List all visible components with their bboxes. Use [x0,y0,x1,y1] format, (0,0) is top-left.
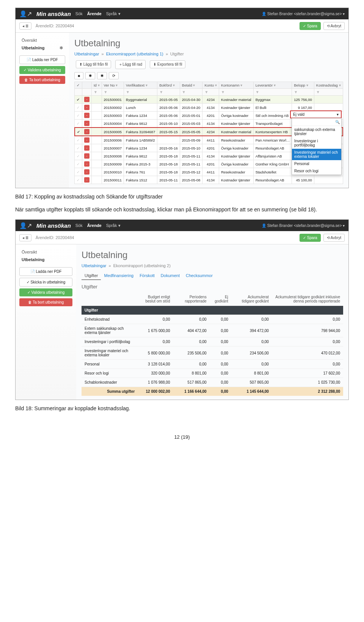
delete-row-button[interactable]: - [84,169,89,175]
add-from-file-button[interactable]: ⬆ Lägg till från fil [76,60,111,68]
summary-col: Ej godkänt [210,293,231,306]
delete-row-button[interactable]: - [84,177,89,183]
col-id[interactable]: Id ▾ [91,82,102,89]
filter-cell[interactable]: ▼ [219,89,253,96]
delete-row-button[interactable]: - [84,129,89,134]
dropdown-option[interactable]: sakkunskap och externa tjänster [292,126,341,137]
delete-row-button[interactable]: - [84,97,89,102]
col-kontonamn[interactable]: Kontonamn ▾ [219,82,253,89]
table-row[interactable]: ✔-201500001Byggmaterial2015-05-052015-04… [75,96,343,104]
col-verifikattext[interactable]: Verifikattext ▾ [124,82,157,89]
tab-utgifter[interactable]: Utgifter [82,272,101,280]
summary-table: Budget enligt beslut om stödPeriodens ra… [82,293,343,396]
filter-cell[interactable]: ▼ [180,89,202,96]
filter-cell[interactable]: ▼ [253,89,292,96]
mini-select-all[interactable]: ■ [74,72,83,79]
cancel-button[interactable]: ⟲ Avbryt [323,234,345,242]
mini-star-1[interactable]: ✱ [85,72,95,79]
filter-cell[interactable]: ▼ [314,89,343,96]
bc-link-1[interactable]: Utbetalningar [82,263,106,268]
send-payment-button[interactable]: ✓ Skicka in utbetalning [19,278,72,287]
nav-case[interactable]: Ärende [87,223,102,228]
filter-cell[interactable]: ▼ [124,89,157,96]
delete-row-button[interactable]: - [84,105,89,110]
add-row-button[interactable]: ＋Lägg till rad [115,60,146,69]
sidebar-item-payment[interactable]: Utbetalning [19,256,72,263]
col-belopp[interactable]: Belopp ▾ [292,82,314,89]
sidebar-toggle-button[interactable]: ◂ ≣ [19,234,31,241]
bc-link-2[interactable]: Ekonomirapport (utbetalning 1) [106,52,163,56]
nav-language[interactable]: Språk ▾ [106,11,121,16]
cell-bok: 2015-05-15 [157,128,180,136]
filter-cell[interactable]: ▼ [102,89,124,96]
cancel-button[interactable]: ⟲ Avbryt [323,22,345,30]
row-checkbox[interactable]: ✓ [75,136,82,144]
delete-row-button[interactable]: - [84,161,89,167]
dropdown-option[interactable]: Resor och logi [292,167,341,175]
cell-kto: 4134 [202,104,219,112]
delete-row-button[interactable]: - [84,153,89,159]
bc-link-1[interactable]: Utbetalningar [74,52,99,56]
delete-row-button[interactable]: - [84,121,89,126]
export-to-file-button[interactable]: ⬇ Exportera till fil [150,60,185,68]
col-leverantör[interactable]: Leverantör ▾ [253,82,292,89]
row-checkbox[interactable]: ✓ [75,112,82,120]
tab-medfinansiering[interactable]: Medfinansiering [101,272,136,279]
row-checkbox[interactable]: ✔ [75,128,82,136]
save-button[interactable]: ✓ Spara [300,22,320,30]
col-kostnadsslag[interactable]: Kostnadsslag ▾ [314,82,343,89]
nav-search[interactable]: Sök [75,11,83,16]
tab-förskott[interactable]: Förskott [136,272,158,279]
user-chip[interactable]: 👤 Stefan Brander <stefan.brander@sigma.s… [262,12,345,16]
mini-star-2[interactable]: ✱ [97,72,107,79]
mini-refresh[interactable]: ⟳ [109,72,119,79]
row-checkbox[interactable]: ✓ [75,104,82,112]
delete-row-button[interactable]: - [84,113,89,118]
kostnadsslag-dropdown[interactable]: 🔍 sakkunskap och externa tjänsterInveste… [292,118,342,175]
validate-payment-button[interactable]: ✓ Validera utbetalning [19,66,65,74]
col-ver-no[interactable]: Ver No ▾ [102,82,124,89]
nav-language[interactable]: Språk ▾ [106,223,121,228]
validate-payment-button[interactable]: ✓ Validera utbetalning [19,288,72,296]
col-konto[interactable]: Konto ▾ [202,82,219,89]
sidebar-item-overview[interactable]: Översikt [19,248,72,256]
dropdown-option[interactable]: Investeringar materiel och externa lokal… [292,149,341,160]
remove-payment-button[interactable]: 🗑 Ta bort utbetalning [19,298,72,306]
sidebar-item-payment[interactable]: Utbetalning ✱ [19,44,65,52]
kostnadsslag-select-head[interactable]: Ej vald ▾ [290,110,342,118]
filter-cell[interactable]: ▼ [157,89,180,96]
row-checkbox[interactable]: ✓ [75,168,82,176]
user-icon: 👤 [262,224,266,228]
row-checkbox[interactable]: ✓ [75,160,82,168]
delete-row-button[interactable]: - [84,145,89,151]
row-checkbox[interactable]: ✔ [75,96,82,104]
col-selector[interactable] [82,82,91,89]
delete-row-button[interactable]: - [84,137,89,143]
dropdown-option[interactable]: Personal [292,160,341,167]
dropdown-search[interactable]: 🔍 [292,118,341,126]
col-betald[interactable]: Betald ▾ [180,82,202,89]
dropdown-option[interactable]: Investeringar i portföljbolag [292,137,341,149]
download-pdf-button[interactable]: 📄 Ladda ner PDF [19,55,65,64]
col-bokförd[interactable]: Bokförd ▾ [157,82,180,89]
gear-icon[interactable]: ✱ [60,46,63,50]
tab-checksummor[interactable]: Checksummor [183,272,216,279]
download-pdf-button[interactable]: 📄 Ladda ner PDF [19,267,72,276]
table-row[interactable]: ✓-201500011Faktura 15122015-05-112015-05… [75,176,343,184]
row-checkbox[interactable]: ✓ [75,152,82,160]
col-selector[interactable]: ✓ [75,82,82,89]
save-button[interactable]: ✓ Spara [300,234,320,242]
sidebar-toggle-button[interactable]: ◂ ≣ [19,22,31,30]
nav-case[interactable]: Ärende [87,11,102,16]
sidebar-item-overview[interactable]: Översikt [19,36,65,44]
filter-cell[interactable]: ▼ [91,89,102,96]
row-checkbox[interactable]: ✓ [75,120,82,128]
nav-search[interactable]: Sök [75,223,83,228]
remove-payment-button[interactable]: 🗑 Ta bort utbetalning [19,76,65,84]
tab-dokument[interactable]: Dokument [158,272,183,279]
filter-cell[interactable]: ▼ [202,89,219,96]
user-chip[interactable]: 👤 Stefan Brander <stefan.brander@sigma.s… [262,224,345,228]
row-checkbox[interactable]: ✓ [75,176,82,184]
row-checkbox[interactable]: ✓ [75,144,82,152]
filter-cell[interactable]: ▼ [292,89,314,96]
